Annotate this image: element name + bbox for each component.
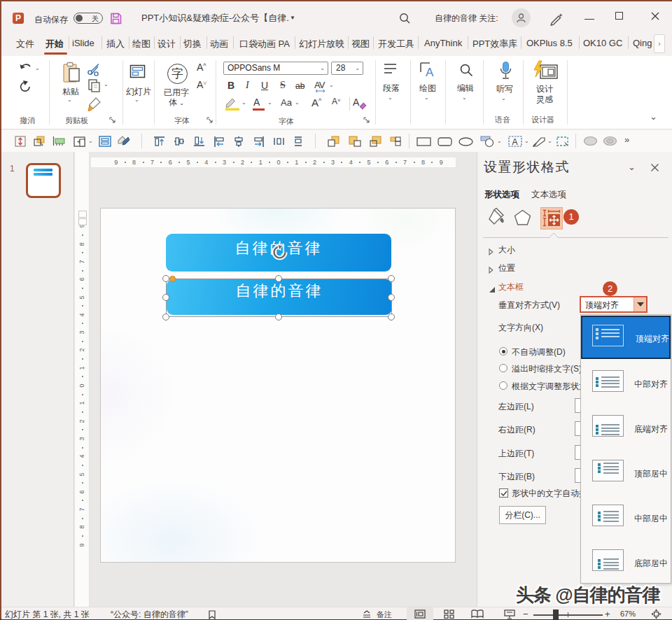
svg-text:A: A — [512, 137, 518, 147]
svg-text:A: A — [426, 66, 434, 78]
